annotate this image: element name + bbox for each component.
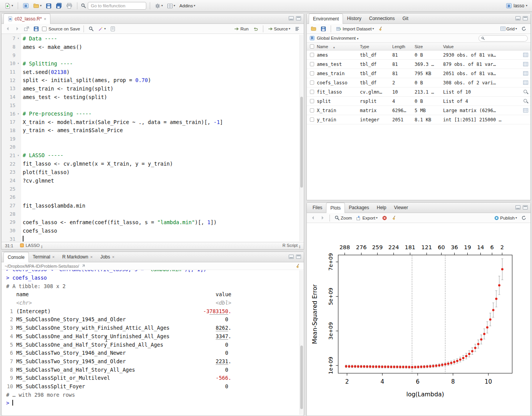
minimize-panel-button[interactable]: [515, 16, 520, 20]
row-checkbox[interactable]: [310, 108, 314, 112]
tab-console[interactable]: Console: [3, 252, 29, 262]
code-line[interactable]: 20: [2, 143, 304, 151]
code-line[interactable]: 18y_train <- ames_train$Sale_Price: [2, 126, 304, 135]
save-all-button[interactable]: [55, 2, 63, 10]
open-in-new-icon[interactable]: [81, 264, 85, 268]
column-header-type[interactable]: Type: [360, 44, 392, 49]
minimize-panel-button[interactable]: [515, 205, 520, 210]
code-line[interactable]: 14ames_test <- testing(split): [2, 93, 304, 101]
tab-git[interactable]: Git: [398, 13, 412, 23]
environment-object-row[interactable]: amestbl_df810 B2930 obs. of 81 va…: [307, 50, 530, 60]
inspect-object-icon[interactable]: [523, 99, 528, 104]
code-tools-button[interactable]: ▾: [97, 25, 107, 32]
minimize-panel-button[interactable]: [289, 16, 294, 20]
code-line[interactable]: 29coefs_lasso <- enframe(coef(fit_lasso,…: [2, 218, 304, 226]
import-dataset-button[interactable]: Import Dataset▾: [335, 25, 375, 32]
view-data-icon[interactable]: [523, 81, 528, 85]
environment-object-row[interactable]: X_trainmatrix6296…5 MBLarge matrix (6296…: [307, 106, 530, 115]
save-workspace-button[interactable]: [320, 25, 327, 32]
tab-files[interactable]: Files: [309, 203, 326, 213]
clear-workspace-button[interactable]: [377, 25, 385, 32]
goto-file-input[interactable]: [88, 2, 146, 10]
print-button[interactable]: [65, 2, 74, 10]
tab-viewer[interactable]: Viewer: [390, 203, 412, 213]
code-line[interactable]: 31: [2, 235, 304, 242]
addins-button[interactable]: Addins▾: [178, 3, 196, 9]
save-button[interactable]: [45, 2, 53, 10]
code-line[interactable]: 24?cv.glmnet: [2, 176, 304, 185]
open-file-button[interactable]: ▾: [32, 2, 43, 10]
tab-plots[interactable]: Plots: [326, 203, 345, 213]
run-button[interactable]: Run: [233, 25, 249, 32]
row-checkbox[interactable]: [310, 62, 314, 66]
row-checkbox[interactable]: [310, 81, 314, 85]
code-line[interactable]: 27fit_lasso$lambda.min: [2, 201, 304, 210]
tab-jobs[interactable]: Jobs×: [97, 252, 119, 262]
back-button[interactable]: [4, 25, 12, 32]
panes-layout-button[interactable]: ▾: [166, 2, 176, 10]
section-navigator[interactable]: LASSO▴▾: [20, 243, 42, 249]
code-line[interactable]: 11set.seed(02138): [2, 68, 304, 76]
code-line[interactable]: 21▾# LASSO -----: [2, 151, 304, 160]
code-editor[interactable]: 7▾# Data ----8ames <- make_ames()910▾# S…: [2, 34, 304, 242]
row-checkbox[interactable]: [310, 117, 314, 122]
fold-arrow-icon[interactable]: ▾: [15, 154, 21, 157]
tab-packages[interactable]: Packages: [345, 203, 373, 213]
maximize-panel-button[interactable]: [523, 16, 528, 20]
new-project-button[interactable]: [22, 2, 30, 10]
maximize-panel-button[interactable]: [296, 16, 301, 20]
view-data-icon[interactable]: [523, 71, 528, 75]
close-icon[interactable]: ×: [90, 255, 92, 259]
code-line[interactable]: 23plot(fit_lasso): [2, 168, 304, 176]
source-on-save-checkbox[interactable]: [42, 27, 47, 31]
save-button[interactable]: [32, 25, 40, 32]
console-output[interactable]: > coefs_lasso <- enframe(coef(fit_lasso,…: [2, 270, 304, 416]
code-line[interactable]: 13ames_train <- training(split): [2, 84, 304, 93]
rerun-button[interactable]: [252, 25, 259, 32]
environment-object-row[interactable]: coefs_lassotbl_df20 B308 obs. of 2 vari…: [307, 78, 530, 87]
close-icon[interactable]: ×: [52, 255, 54, 259]
code-line[interactable]: 17X_train <- model.matrix(Sale_Price ~ .…: [2, 118, 304, 126]
code-line[interactable]: 30coefs_lasso: [2, 226, 304, 235]
view-data-icon[interactable]: [523, 108, 528, 112]
remove-plot-button[interactable]: [381, 215, 388, 221]
code-line[interactable]: 16▾# Pre-processing -----: [2, 109, 304, 118]
maximize-panel-button[interactable]: [523, 205, 528, 210]
new-file-button[interactable]: ▾: [3, 2, 14, 10]
source-file-button[interactable]: Source▾: [267, 25, 291, 32]
column-header-value[interactable]: Value: [443, 44, 520, 49]
scope-selector[interactable]: Global Environment ▾: [317, 36, 358, 40]
load-workspace-button[interactable]: [309, 25, 318, 32]
code-line[interactable]: 22fit_lasso <- cv.glmnet(x = X_train, y …: [2, 159, 304, 168]
close-icon[interactable]: ×: [112, 255, 114, 259]
maximize-panel-button[interactable]: [296, 255, 301, 259]
view-data-icon[interactable]: [523, 53, 528, 57]
project-menu-button[interactable]: lasso ▾: [505, 2, 529, 10]
environment-object-row[interactable]: ames_traintbl_df81795 KB2051 obs. of 81 …: [307, 69, 530, 78]
editor-scrollbar[interactable]: [299, 35, 303, 241]
minimize-panel-button[interactable]: [289, 255, 294, 259]
code-line[interactable]: 25: [2, 185, 304, 193]
previous-plot-button[interactable]: [309, 215, 317, 221]
code-line[interactable]: 8ames <- make_ames(): [2, 43, 304, 51]
code-line[interactable]: 9: [2, 51, 304, 59]
environment-object-row[interactable]: splitrsplit40 BList of 4: [307, 97, 530, 106]
row-checkbox[interactable]: [310, 90, 314, 94]
view-data-icon[interactable]: [523, 62, 528, 66]
tab-connections[interactable]: Connections: [365, 13, 399, 23]
close-icon[interactable]: ×: [44, 17, 46, 21]
fold-arrow-icon[interactable]: ▾: [15, 62, 21, 65]
tab-r-markdown[interactable]: R Markdown×: [59, 252, 97, 262]
code-line[interactable]: 15: [2, 101, 304, 110]
popout-button[interactable]: [23, 25, 30, 32]
file-type-selector[interactable]: R Script▴▾: [283, 243, 300, 249]
publish-button[interactable]: Publish▾: [493, 215, 518, 221]
tab-history[interactable]: History: [343, 13, 365, 23]
clear-console-broom-icon[interactable]: [295, 263, 301, 269]
document-outline-button[interactable]: [293, 25, 301, 32]
row-checkbox[interactable]: [310, 53, 314, 57]
environment-object-row[interactable]: fit_lassocv.glmn…10213.1 …List of 10: [307, 87, 530, 97]
scrollbar-thumb[interactable]: [300, 346, 303, 409]
column-header-length[interactable]: Length: [392, 44, 415, 49]
console-scrollbar[interactable]: [299, 270, 303, 415]
